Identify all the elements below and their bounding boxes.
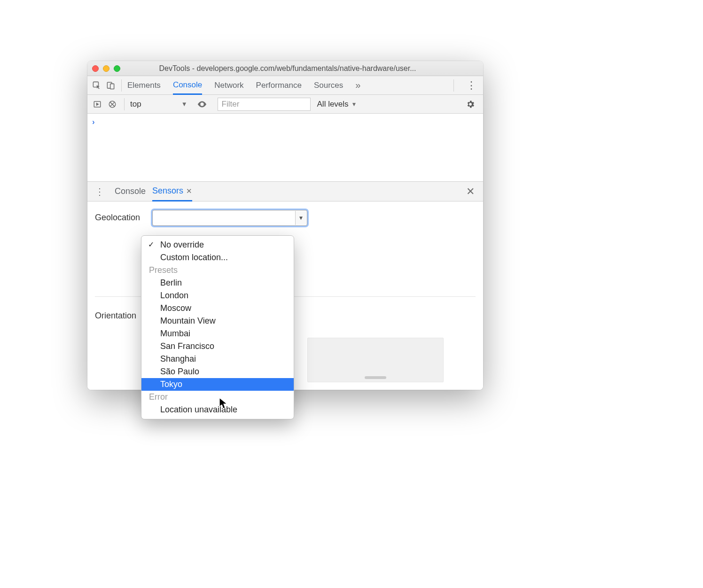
- option-custom-location[interactable]: Custom location...: [141, 251, 294, 264]
- svg-rect-2: [110, 84, 114, 89]
- geolocation-dropdown: No override Custom location... Presets B…: [141, 235, 294, 419]
- zoom-window-button[interactable]: [114, 65, 120, 72]
- titlebar: DevTools - developers.google.com/web/fun…: [87, 61, 483, 76]
- filter-input[interactable]: [218, 98, 311, 111]
- separator: [121, 79, 122, 92]
- separator: [124, 98, 125, 110]
- option-no-override[interactable]: No override: [141, 239, 294, 251]
- tab-performance[interactable]: Performance: [256, 76, 302, 94]
- caret-down-icon: ▼: [352, 101, 357, 108]
- tab-network[interactable]: Network: [214, 76, 243, 94]
- drawer-close-icon[interactable]: ✕: [461, 186, 479, 198]
- settings-kebab-icon[interactable]: ⋮: [460, 79, 483, 92]
- minimize-window-button[interactable]: [103, 65, 109, 72]
- cursor-icon: [219, 397, 228, 411]
- more-tabs-icon[interactable]: »: [355, 80, 360, 91]
- toolbar-right: ⋮: [448, 76, 483, 94]
- drawer-tabs: ⋮ Console Sensors ✕ ✕: [87, 182, 483, 201]
- caret-down-icon: ▼: [181, 101, 187, 108]
- tab-elements[interactable]: Elements: [127, 76, 161, 94]
- console-filter-bar: top ▼ All levels ▼: [87, 95, 483, 114]
- log-levels-value: All levels: [317, 100, 349, 109]
- device-toolbar-icon[interactable]: [105, 80, 116, 91]
- main-toolbar: Elements Console Network Performance Sou…: [87, 76, 483, 95]
- drawer-tab-console[interactable]: Console: [115, 182, 146, 201]
- svg-point-5: [201, 103, 203, 105]
- inspect-element-icon[interactable]: [91, 80, 102, 91]
- drawer-tab-sensors-label: Sensors: [152, 186, 183, 196]
- option-group-error: Error: [141, 391, 294, 403]
- select-caret-icon: ▼: [295, 211, 306, 225]
- main-tabs: Elements Console Network Performance Sou…: [127, 76, 360, 94]
- option-sao-paulo[interactable]: São Paulo: [141, 365, 294, 378]
- tab-console[interactable]: Console: [173, 77, 202, 95]
- geolocation-select[interactable]: ▼: [152, 210, 307, 226]
- execute-icon[interactable]: [91, 98, 103, 110]
- geolocation-row: Geolocation ▼: [95, 210, 476, 226]
- option-moscow[interactable]: Moscow: [141, 302, 294, 315]
- option-location-unavailable[interactable]: Location unavailable: [141, 403, 294, 416]
- context-value: top: [130, 100, 141, 109]
- drawer-tab-sensors[interactable]: Sensors ✕: [152, 182, 192, 201]
- option-london[interactable]: London: [141, 289, 294, 302]
- option-tokyo[interactable]: Tokyo: [141, 378, 294, 391]
- context-selector[interactable]: top ▼: [130, 100, 187, 109]
- tab-sources[interactable]: Sources: [314, 76, 343, 94]
- close-window-button[interactable]: [92, 65, 99, 72]
- console-prompt: ›: [92, 117, 95, 126]
- option-berlin[interactable]: Berlin: [141, 277, 294, 289]
- option-mountain-view[interactable]: Mountain View: [141, 315, 294, 327]
- option-mumbai[interactable]: Mumbai: [141, 327, 294, 340]
- option-shanghai[interactable]: Shanghai: [141, 353, 294, 365]
- option-san-francisco[interactable]: San Francisco: [141, 340, 294, 353]
- close-tab-icon[interactable]: ✕: [186, 187, 192, 195]
- geolocation-label: Geolocation: [95, 210, 152, 223]
- window-title: DevTools - developers.google.com/web/fun…: [125, 64, 478, 73]
- option-group-presets: Presets: [141, 264, 294, 277]
- drawer-kebab-icon[interactable]: ⋮: [91, 186, 108, 197]
- log-levels-selector[interactable]: All levels ▼: [317, 100, 357, 109]
- console-output[interactable]: ›: [87, 114, 483, 182]
- console-settings-icon[interactable]: [464, 98, 476, 110]
- separator: [453, 79, 454, 92]
- live-expression-icon[interactable]: [196, 98, 208, 110]
- window-controls: [92, 65, 120, 72]
- clear-console-icon[interactable]: [106, 98, 118, 110]
- orientation-preview[interactable]: [307, 338, 444, 382]
